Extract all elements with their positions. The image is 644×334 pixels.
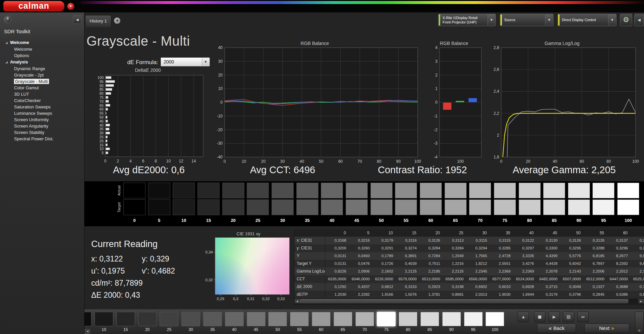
swatch-actual-100 xyxy=(617,183,639,198)
tree-section-analysis[interactable]: ◢Analysis xyxy=(0,59,84,65)
table-row-header: ΔE 2000 xyxy=(294,283,325,291)
sidebar-item-label: Spectral Power Dist. xyxy=(14,136,54,141)
stop-button[interactable]: ■ xyxy=(534,312,545,322)
scroll-left-icon[interactable]: ◀ xyxy=(295,299,300,303)
pattern-patch-45[interactable] xyxy=(247,312,266,326)
table-col-header: 40 xyxy=(513,230,536,237)
pattern-patch-65[interactable] xyxy=(334,312,352,326)
chevron-down-icon[interactable]: ▼ xyxy=(608,14,616,26)
pattern-patch-75[interactable] xyxy=(377,312,396,326)
swatch-actual-95 xyxy=(592,183,614,198)
table-cell: 6226,0000 xyxy=(372,275,396,283)
tree-expander-icon[interactable]: ◢ xyxy=(5,39,8,46)
sidebar-item-screen-angularity[interactable]: Screen Angularity xyxy=(0,123,84,129)
sidebar-item-spectral-power-dist[interactable]: Spectral Power Dist. xyxy=(0,136,84,142)
save-button[interactable]: ▤ xyxy=(563,312,574,322)
sidebar-item-dynamic-range[interactable]: Dynamic Range xyxy=(0,65,84,72)
continuous-read-button[interactable]: ∞ xyxy=(577,312,589,322)
table-cell: 0,3285 xyxy=(489,244,513,252)
sidebar-item-color-gamut[interactable]: Color Gamut xyxy=(0,85,84,91)
back-button[interactable]: « Back xyxy=(537,324,576,333)
svg-text:30: 30 xyxy=(218,59,223,64)
pattern-patch-80[interactable] xyxy=(399,312,417,326)
table-cell: 0,4207 xyxy=(349,283,372,291)
pattern-patch-15[interactable] xyxy=(116,312,135,326)
chevron-down-icon[interactable]: ▼ xyxy=(487,14,495,26)
sidebar-item-saturation-sweeps[interactable]: Saturation Sweeps xyxy=(0,104,84,110)
sidebar-item-luminance-sweeps[interactable]: Luminance Sweeps xyxy=(0,110,84,116)
pattern-patch-40[interactable] xyxy=(225,312,244,326)
table-cell: 6447,0000 xyxy=(607,275,630,283)
display-control-dropdown[interactable]: Direct Display Control ▼ xyxy=(558,14,617,26)
svg-text:0: 0 xyxy=(435,100,437,105)
table-cell: 9,9536 xyxy=(630,252,644,260)
tree-section-welcome[interactable]: ◢Welcome xyxy=(0,39,84,46)
tree-expander-icon[interactable]: ◢ xyxy=(5,59,8,65)
swatch-actual-40 xyxy=(321,183,343,198)
pattern-patch-50[interactable] xyxy=(268,312,287,326)
table-cell: 0,0493 xyxy=(349,252,372,260)
pattern-patch-10[interactable] xyxy=(95,312,113,326)
meter-dial-icon[interactable] xyxy=(4,16,11,23)
pattern-patch-95[interactable] xyxy=(464,312,483,326)
pattern-patch-label: 75 xyxy=(377,327,396,332)
settings-button[interactable]: ⚙ xyxy=(620,14,632,26)
pattern-patch-35[interactable] xyxy=(203,312,222,326)
pattern-patch-100[interactable] xyxy=(485,312,504,326)
pattern-patch-30[interactable] xyxy=(181,312,200,326)
add-tab-button[interactable]: + xyxy=(114,17,120,24)
sidebar-item-screen-uniformity[interactable]: Screen Uniformity xyxy=(0,116,84,123)
swatch-number: 5 xyxy=(148,216,170,225)
pattern-patch-25[interactable] xyxy=(160,312,178,326)
next-button[interactable]: Next » xyxy=(584,324,629,333)
pattern-patch-55[interactable] xyxy=(290,312,309,326)
svg-text:95: 95 xyxy=(100,80,104,84)
table-cell: 2,2185 xyxy=(419,268,443,275)
pattern-patch-90[interactable] xyxy=(442,312,461,326)
swatch-number: 45 xyxy=(346,216,368,225)
top-bar: calman ▼ xyxy=(0,0,644,12)
scrollbar-thumb[interactable] xyxy=(300,299,628,303)
table-cell: 2,1825 xyxy=(630,268,644,275)
panel-collapse-button[interactable]: ◀ xyxy=(634,14,644,26)
next-page-edge-button[interactable]: » xyxy=(635,312,644,333)
pattern-patch-60[interactable] xyxy=(312,312,331,326)
sidebar-item-welcome[interactable]: Welcome xyxy=(0,46,84,52)
sidebar-item-grayscale-2pt[interactable]: Grayscale - 2pt xyxy=(0,72,84,78)
chevron-down-icon[interactable]: ▼ xyxy=(545,14,553,26)
pattern-page-up-button[interactable]: ▲ xyxy=(518,312,529,322)
reading-x-value: 0,3122 xyxy=(99,254,123,263)
sidebar-item-screen-stability[interactable]: Screen Stability xyxy=(0,129,84,136)
scroll-right-icon[interactable]: ▶ xyxy=(639,299,644,303)
sidebar-item-3d-lut[interactable]: 3D LUT xyxy=(0,91,84,97)
swatch-number: 75 xyxy=(494,216,516,225)
de-formula-select[interactable]: 2000 ▼ xyxy=(161,57,210,66)
sidebar-collapse-button[interactable]: ◀ xyxy=(73,15,81,24)
tree-section-label: Analysis xyxy=(10,59,28,64)
table-cell: 0,3126 xyxy=(419,237,443,244)
logo-menu-button[interactable]: ▼ xyxy=(67,3,74,10)
pattern-scroll-left-button[interactable]: ◀ xyxy=(85,329,90,334)
play-button[interactable]: ▶ xyxy=(548,312,560,322)
sidebar-item-grayscale-multi[interactable]: Grayscale - Multi xyxy=(0,78,84,85)
table-cell: 5,6042 xyxy=(560,260,583,268)
table-scrollbar[interactable]: ◀ ▶ xyxy=(294,299,644,303)
meter-dropdown[interactable]: X-Rite i1Display Retail Front Projector … xyxy=(438,14,496,26)
table-cell: 1,7565 xyxy=(466,252,489,260)
table-cell: 2,2143 xyxy=(560,268,583,275)
table-col-header: 20 xyxy=(419,230,443,237)
pattern-patch-70[interactable] xyxy=(355,312,374,326)
table-col-header: 60 xyxy=(607,230,630,237)
display-control-label: Direct Display Control xyxy=(562,18,607,22)
chevron-left-icon: ◀ xyxy=(86,330,88,333)
tab-history-1[interactable]: History 1 xyxy=(85,15,111,27)
pattern-patch-20[interactable] xyxy=(138,312,157,326)
pattern-patch-5[interactable] xyxy=(84,312,92,326)
sidebar-item-options[interactable]: Options xyxy=(0,52,84,59)
svg-text:20: 20 xyxy=(261,159,266,164)
chevron-left-icon: ◀ xyxy=(76,18,79,21)
source-dropdown[interactable]: Source ▼ xyxy=(500,14,553,26)
table-col-header: 0 xyxy=(325,230,349,237)
pattern-patch-85[interactable] xyxy=(420,312,439,326)
sidebar-item-colorchecker[interactable]: ColorChecker xyxy=(0,97,84,104)
